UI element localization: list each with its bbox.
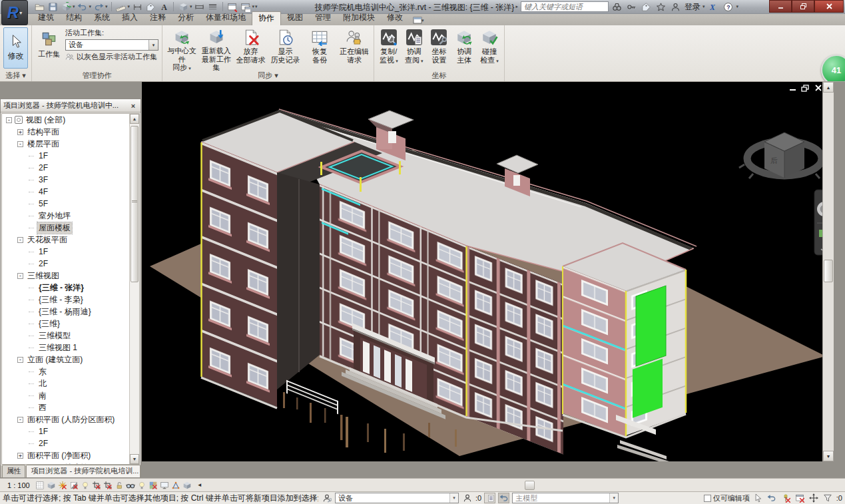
editable-only-checkbox[interactable]: 仅可编辑项: [704, 493, 750, 503]
tree-item-0[interactable]: -视图 (全部): [2, 114, 139, 126]
reload-latest-button[interactable]: 重新载入最新工作集: [200, 27, 232, 72]
ribbon-tab-3[interactable]: 插入: [116, 11, 144, 25]
ribbon-tab-11[interactable]: 修改: [381, 11, 409, 25]
collapse-icon[interactable]: -: [17, 417, 23, 423]
status-workset-dropdown[interactable]: 设备 ▾: [335, 493, 459, 503]
editing-requests-button[interactable]: 正在编辑请求: [338, 27, 370, 72]
reveal-hidden-icon[interactable]: [137, 480, 148, 491]
ribbon-tab-4[interactable]: 注释: [144, 11, 172, 25]
tree-item-8[interactable]: 室外地坪: [2, 210, 139, 222]
tree-item-21[interactable]: 东: [2, 366, 139, 378]
gray-inactive-worksets-toggle[interactable]: 以灰色显示非活动工作集: [65, 52, 158, 62]
tree-item-12[interactable]: 2F: [2, 258, 139, 270]
temporary-view-properties-icon[interactable]: [159, 480, 170, 491]
crop-view-off-icon[interactable]: [91, 480, 103, 491]
minimize-button[interactable]: [769, 0, 792, 13]
sign-in-icon[interactable]: [670, 1, 682, 13]
coordination-host-button[interactable]: 协调主体: [453, 27, 475, 72]
tree-item-23[interactable]: 南: [2, 389, 139, 401]
select-links-icon[interactable]: [766, 493, 778, 503]
tree-item-17[interactable]: {三维}: [2, 318, 139, 330]
tree-item-25[interactable]: -面积平面 (人防分区面积): [2, 413, 139, 425]
close-button[interactable]: [814, 0, 844, 13]
select-settings-icon[interactable]: [752, 493, 764, 503]
favorites-icon[interactable]: [655, 1, 667, 13]
editing-requests-icon[interactable]: [461, 493, 473, 503]
communication-center-icon[interactable]: [641, 1, 653, 13]
view-scale-button[interactable]: 1 : 100: [3, 481, 35, 490]
restore-button[interactable]: [792, 0, 814, 13]
tree-item-14[interactable]: {三维 - 张洋}: [2, 282, 139, 294]
infocenter-collapse-icon[interactable]: ▸: [515, 4, 518, 9]
relinquish-all-button[interactable]: 放弃全部请求: [235, 27, 267, 72]
interference-check-button[interactable]: 碰撞检查 ▾: [478, 27, 501, 72]
expand-icon[interactable]: +: [17, 465, 23, 465]
restore-backup-button[interactable]: 恢复备份: [304, 27, 336, 72]
tree-item-6[interactable]: 4F: [2, 186, 139, 198]
ribbon-tab-8[interactable]: 视图: [281, 11, 309, 25]
coordination-review-button[interactable]: 协调查阅 ▾: [403, 27, 425, 72]
rendering-dialog-icon[interactable]: [80, 480, 91, 491]
tree-item-16[interactable]: {三维 - 杨雨迪}: [2, 306, 139, 318]
collapse-icon[interactable]: -: [17, 141, 23, 147]
displacement-sets-icon[interactable]: [182, 480, 193, 491]
sun-path-off-icon[interactable]: [57, 480, 69, 491]
tree-item-20[interactable]: -立面 (建筑立面): [2, 354, 139, 366]
tree-item-18[interactable]: 三维模型: [2, 330, 139, 342]
hscroll-left-icon[interactable]: ◄: [197, 482, 202, 488]
collapse-icon[interactable]: -: [17, 357, 23, 363]
tree-item-24[interactable]: 西: [2, 401, 139, 413]
ribbon-tab-5[interactable]: 分析: [172, 11, 200, 25]
tree-item-11[interactable]: 1F: [2, 246, 139, 258]
unlocked-3d-view-icon[interactable]: [114, 480, 125, 491]
scroll-up-icon[interactable]: ▲: [130, 114, 139, 124]
ribbon-tab-7[interactable]: 协作: [252, 11, 281, 25]
search-input[interactable]: [521, 1, 609, 12]
checkbox-icon[interactable]: [704, 495, 711, 502]
select-pinned-disabled-icon[interactable]: [780, 493, 792, 503]
visual-style-icon[interactable]: [46, 480, 57, 491]
tree-item-28[interactable]: +面积平面 (净面积): [2, 449, 139, 461]
tree-item-1[interactable]: +结构平面: [2, 126, 139, 138]
drawing-area[interactable]: 后: [142, 82, 834, 461]
collapse-icon[interactable]: -: [6, 117, 12, 123]
filter-icon[interactable]: [822, 493, 834, 503]
tree-scrollbar[interactable]: ▲ ▼: [129, 114, 139, 464]
coordination-settings-button[interactable]: 坐标设置: [428, 27, 451, 72]
sign-in-label[interactable]: 登录: [685, 1, 701, 13]
design-options-icon[interactable]: [484, 493, 495, 503]
properties-tab[interactable]: 属性: [2, 465, 25, 477]
worksharing-display-off-icon[interactable]: [148, 480, 159, 491]
project-browser-tab[interactable]: 项目浏览器 - 技师学院机电培训...: [26, 465, 141, 477]
design-option-dropdown[interactable]: 主模型 ▾: [512, 493, 619, 503]
tree-item-19[interactable]: 三维视图 1: [2, 342, 139, 354]
crop-region-off-icon[interactable]: [103, 480, 114, 491]
tree-item-22[interactable]: 北: [2, 378, 139, 389]
tree-item-2[interactable]: -楼层平面: [2, 138, 139, 150]
hscrollbar-thumb[interactable]: [525, 481, 535, 490]
tree-item-4[interactable]: 2F: [2, 162, 139, 174]
ribbon-tab-2[interactable]: 系统: [88, 11, 116, 25]
help-icon[interactable]: [722, 1, 734, 13]
tree-item-7[interactable]: 5F: [2, 198, 139, 210]
tree-item-27[interactable]: 2F: [2, 437, 139, 449]
viewport-vertical-scrollbar[interactable]: ▲ ▼: [822, 82, 834, 461]
scrollbar-thumb[interactable]: [131, 126, 139, 282]
select-panel-label[interactable]: 选择 ▾: [0, 71, 31, 81]
tree-item-15[interactable]: {三维 - 李枭}: [2, 294, 139, 306]
analytical-model-icon[interactable]: [170, 480, 182, 491]
synchronize-panel-label[interactable]: 同步 ▾: [162, 71, 374, 81]
scroll-down-icon[interactable]: ▼: [130, 454, 139, 464]
temporary-hide-isolate-icon[interactable]: [125, 480, 137, 491]
exchange-apps-icon[interactable]: [707, 1, 719, 13]
tree-item-9[interactable]: 屋面楼板: [2, 222, 139, 234]
tree-item-3[interactable]: 1F: [2, 150, 139, 162]
collapse-icon[interactable]: -: [17, 273, 23, 279]
tree-item-26[interactable]: 1F: [2, 425, 139, 437]
ribbon-tab-6[interactable]: 体量和场地: [200, 11, 252, 25]
tree-item-13[interactable]: -三维视图: [2, 270, 139, 282]
customize-qat-icon[interactable]: ▾: [255, 4, 258, 9]
ribbon-tab-0[interactable]: 建筑: [32, 11, 60, 25]
active-design-option-icon[interactable]: [498, 493, 509, 503]
ribbon-tab-1[interactable]: 结构: [60, 11, 88, 25]
